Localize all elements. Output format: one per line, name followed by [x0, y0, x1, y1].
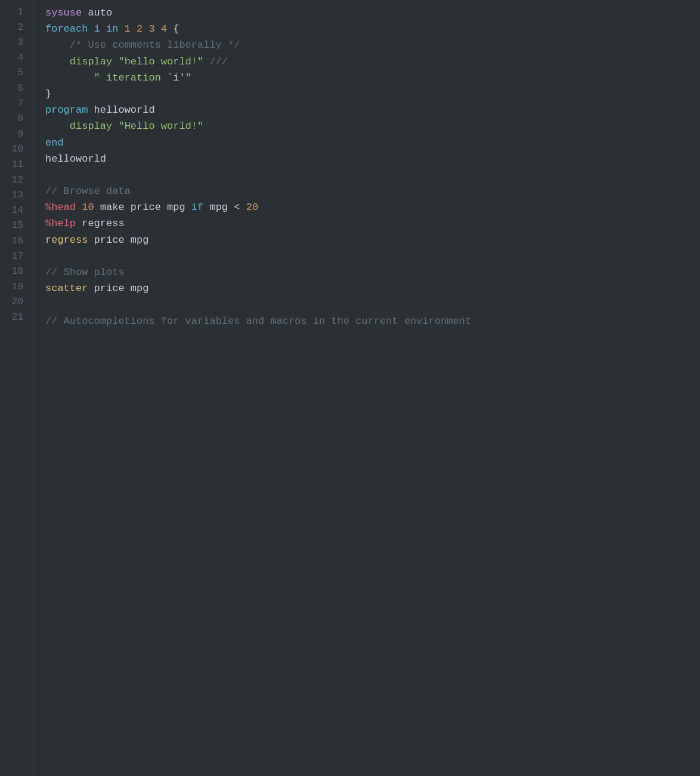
token-normal	[131, 23, 137, 35]
token-normal: regress	[76, 218, 125, 229]
token-str-string: "	[185, 72, 191, 84]
code-line: display "Hello world!"	[45, 118, 688, 134]
token-str-string: " iteration	[45, 72, 167, 84]
line-number: 15	[10, 218, 26, 234]
token-kw-green: display	[70, 56, 112, 67]
token-kw-orange: 20	[246, 202, 258, 213]
line-number: 11	[10, 157, 26, 173]
token-comment: // Show plots	[45, 267, 125, 278]
token-normal: mpg <	[203, 202, 246, 213]
code-line: %help regress	[45, 215, 688, 231]
token-kw-blue: end	[45, 137, 64, 149]
token-normal	[76, 202, 82, 213]
line-number: 4	[10, 51, 26, 66]
token-normal	[155, 23, 161, 35]
code-line: regress price mpg	[45, 232, 688, 248]
code-line	[45, 167, 688, 183]
token-comment: ///	[203, 56, 228, 67]
line-numbers: 123456789101112131415161718192021	[0, 0, 33, 776]
token-normal	[143, 23, 148, 35]
token-comment: // Browse data	[45, 186, 131, 197]
token-kw-orange: 1	[125, 23, 131, 35]
token-kw-yellow: scatter	[45, 283, 88, 294]
code-line: helloworld	[45, 151, 688, 167]
token-comment: /* Use comments liberally */	[45, 39, 240, 51]
token-kw-orange: 2	[137, 23, 143, 35]
line-number: 16	[10, 234, 26, 249]
token-kw-blue: if	[191, 202, 203, 213]
token-kw-blue: i	[94, 23, 100, 35]
code-line: program helloworld	[45, 102, 688, 118]
token-pct-cmd: %head	[45, 202, 76, 213]
code-line: // Show plots	[45, 264, 688, 280]
code-line: sysuse auto	[45, 5, 688, 21]
line-number: 19	[10, 280, 26, 295]
token-kw-green: display	[70, 120, 112, 132]
token-comment: // Autocompletions for variables and mac…	[45, 316, 471, 327]
code-line: %head 10 make price mpg if mpg < 20	[45, 199, 688, 215]
token-normal: make price mpg	[94, 202, 191, 213]
token-kw-blue: program	[45, 104, 88, 116]
token-normal	[118, 23, 124, 35]
line-number: 7	[10, 97, 26, 112]
token-kw-purple: sysuse	[45, 7, 82, 18]
token-normal: helloworld	[88, 104, 154, 116]
code-line: }	[45, 86, 688, 102]
line-number: 20	[10, 295, 26, 310]
token-kw-blue: in	[106, 23, 118, 35]
line-number: 17	[10, 249, 26, 265]
token-str-string: "hello world!"	[118, 56, 203, 67]
token-normal	[112, 120, 118, 132]
token-normal: price mpg	[88, 234, 148, 246]
code-area[interactable]: sysuse autoforeach i in 1 2 3 4 { /* Use…	[33, 0, 700, 776]
line-number: 3	[10, 35, 26, 51]
token-normal: {	[167, 23, 179, 35]
code-line: /* Use comments liberally */	[45, 37, 688, 53]
code-line	[45, 329, 688, 345]
line-number: 9	[10, 127, 26, 143]
line-number: 12	[10, 173, 26, 188]
token-backtick: `i'	[167, 72, 185, 84]
token-normal: auto	[82, 7, 112, 18]
line-number: 18	[10, 264, 26, 280]
code-line	[45, 296, 688, 313]
token-str-string: "Hello world!"	[118, 120, 203, 132]
code-line: end	[45, 135, 688, 151]
token-kw-orange: 4	[161, 23, 167, 35]
line-number: 10	[10, 142, 26, 157]
code-line: // Autocompletions for variables and mac…	[45, 313, 688, 329]
code-line	[45, 248, 688, 264]
token-normal	[45, 120, 70, 132]
token-kw-orange: 3	[148, 23, 154, 35]
code-line: foreach i in 1 2 3 4 {	[45, 21, 688, 37]
token-kw-blue: foreach	[45, 23, 88, 35]
line-number: 6	[10, 81, 26, 97]
code-line: display "hello world!" ///	[45, 54, 688, 70]
token-normal: price mpg	[88, 283, 148, 294]
token-normal: }	[45, 88, 51, 100]
token-normal	[88, 23, 94, 35]
token-pct-cmd: %help	[45, 218, 76, 229]
token-normal: helloworld	[45, 153, 106, 165]
line-number: 1	[10, 5, 26, 20]
line-number: 13	[10, 188, 26, 203]
line-number: 21	[10, 310, 26, 326]
code-editor[interactable]: 123456789101112131415161718192021 sysuse…	[0, 0, 700, 776]
line-number: 14	[10, 203, 26, 219]
token-kw-orange: 10	[82, 202, 94, 213]
token-normal	[112, 56, 118, 67]
token-normal	[45, 56, 70, 67]
line-number: 8	[10, 112, 26, 127]
line-number: 2	[10, 20, 26, 36]
code-line: // Browse data	[45, 183, 688, 199]
line-number: 5	[10, 66, 26, 81]
token-normal	[100, 23, 106, 35]
code-line: scatter price mpg	[45, 280, 688, 296]
code-line: " iteration `i'"	[45, 70, 688, 86]
token-kw-yellow: regress	[45, 234, 88, 246]
